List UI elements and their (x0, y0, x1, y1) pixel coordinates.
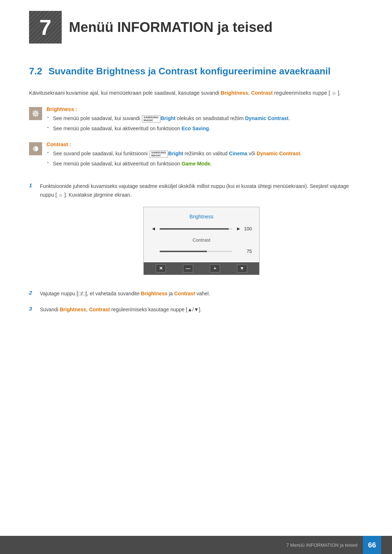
contrast-slider-fill (160, 251, 207, 252)
contrast-bullet-2: See menüü pole saadaval, kui aktiveeritu… (46, 160, 363, 168)
brightness-bullets: See menüü pole saadaval, kui suvandi SAM… (46, 114, 363, 132)
step-3: 3 Suvandi Brightness, Contrast reguleeri… (29, 305, 363, 314)
section-title: 7.2 Suvandite Brightness ja Contrast kon… (29, 65, 363, 78)
step-1: 1 Funktsioonide juhendi kuvamiseks vajut… (29, 182, 363, 282)
chapter-number: 7 (29, 11, 62, 44)
contrast-value: 75 (241, 247, 252, 255)
brightness-row: ◄ ► 100 (151, 225, 252, 233)
arrow-left-icon: ◄ (151, 225, 156, 233)
brightness-icon-box (29, 107, 42, 120)
brightness-block: Brightness : See menüü pole saadaval, ku… (29, 106, 363, 134)
contrast-icon-box (29, 142, 42, 155)
contrast-bullet-1: See suvand pole saadaval, kui funktsioon… (46, 149, 363, 157)
monitor-controls: ✕ — + ▼ (144, 262, 259, 275)
brightness-bullet-1: See menüü pole saadaval, kui suvandi SAM… (46, 114, 363, 122)
page-footer: 7 Menüü INFORMATION ja teised 66 (0, 536, 392, 554)
brightness-bullet-2: See menüü pole saadaval, kui aktiveeritu… (46, 124, 363, 132)
chapter-header: 7 Menüü INFORMATION ja teised (29, 0, 363, 44)
ctrl-plus-button: + (210, 264, 220, 272)
ctrl-minus-button: — (183, 264, 193, 272)
footer-page-number: 66 (363, 536, 381, 554)
intro-text: Käivitusekraani kuvamise ajal, kui menüü… (29, 89, 363, 98)
brightness-slider (160, 228, 232, 230)
samsung-magic-badge-1: SAMSUNG MAGIC (142, 115, 160, 123)
contrast-block: Contrast : See suvand pole saadaval, kui… (29, 141, 363, 169)
contrast-bullets: See suvand pole saadaval, kui funktsioon… (46, 149, 363, 168)
step-2: 2 Vajutage nuppu [□/□], et vahetada suva… (29, 290, 363, 298)
brightness-label: Brightness : (46, 106, 363, 112)
samsung-magic-badge-2: SAMSUNG MAGIC (150, 151, 168, 158)
arrow-right-icon: ► (236, 225, 241, 233)
footer-text: 7 Menüü INFORMATION ja teised (286, 542, 358, 548)
brightness-slider-fill (160, 228, 229, 230)
brightness-menu-title: Brightness (151, 213, 252, 221)
brightness-value: 100 (241, 225, 252, 233)
contrast-slider (160, 251, 232, 252)
monitor-diagram: Brightness ◄ ► 100 Contrast ◄ (143, 207, 260, 275)
monitor-menu-area: Brightness ◄ ► 100 Contrast ◄ (144, 207, 259, 262)
contrast-content: Contrast : See suvand pole saadaval, kui… (46, 141, 363, 169)
contrast-label: Contrast : (46, 141, 363, 147)
ctrl-down-button: ▼ (237, 264, 247, 272)
contrast-icon (32, 145, 40, 153)
brightness-content: Brightness : See menüü pole saadaval, ku… (46, 106, 363, 134)
contrast-row: ◄ ► 75 (151, 247, 252, 256)
ctrl-x-button: ✕ (156, 264, 166, 272)
svg-rect-0 (33, 111, 38, 116)
contrast-menu-title: Contrast (151, 236, 252, 244)
step-1-content: Funktsioonide juhendi kuvamiseks vajutag… (40, 182, 363, 282)
brightness-icon (32, 110, 40, 118)
step-3-content: Suvandi Brightness, Contrast reguleerimi… (40, 305, 363, 314)
step-2-content: Vajutage nuppu [□/□], et vahetada suvand… (40, 290, 363, 298)
chapter-title: Menüü INFORMATION ja teised (69, 20, 273, 35)
